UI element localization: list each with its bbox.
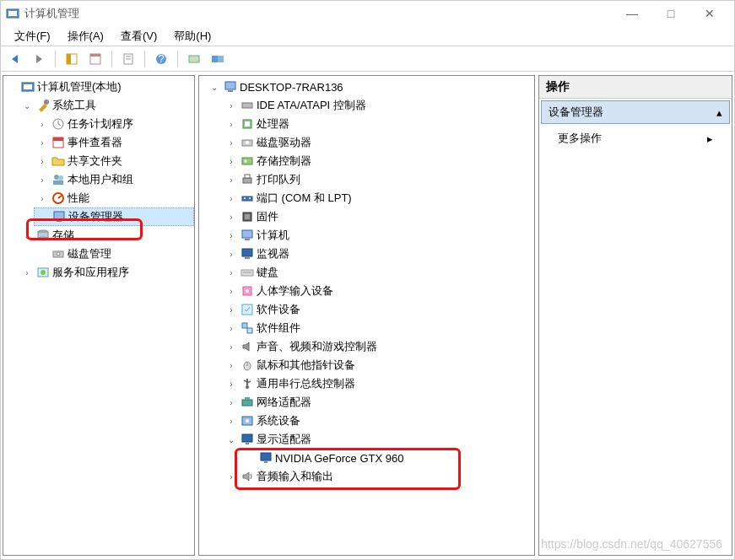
chevron-right-icon[interactable]: › bbox=[35, 117, 49, 131]
devices-button[interactable] bbox=[207, 49, 229, 69]
tree-system-tools[interactable]: ⌄ 系统工具 bbox=[19, 96, 194, 115]
svg-rect-42 bbox=[243, 178, 251, 183]
chevron-right-icon[interactable]: › bbox=[35, 173, 49, 186]
chevron-right-icon[interactable]: › bbox=[224, 210, 238, 223]
svg-rect-37 bbox=[245, 121, 250, 127]
device-node-computer[interactable]: ›计算机 bbox=[223, 226, 534, 245]
refresh-button[interactable] bbox=[84, 49, 106, 69]
chevron-right-icon[interactable]: › bbox=[224, 99, 238, 112]
chevron-right-icon[interactable]: › bbox=[224, 247, 238, 261]
chevron-down-icon[interactable]: ⌄ bbox=[20, 99, 34, 112]
chevron-right-icon[interactable]: › bbox=[35, 154, 49, 168]
chevron-right-icon[interactable]: › bbox=[35, 136, 49, 149]
device-node-audio-io[interactable]: ›音频输入和输出 bbox=[223, 467, 534, 486]
tree-shared-folders[interactable]: › 共享文件夹 bbox=[34, 152, 194, 170]
chevron-right-icon[interactable]: › bbox=[224, 266, 238, 279]
chevron-right-icon[interactable]: › bbox=[224, 154, 238, 168]
chevron-right-icon[interactable]: › bbox=[224, 303, 238, 316]
actions-section-device-manager[interactable]: 设备管理器 ▴ bbox=[541, 100, 730, 124]
chevron-right-icon[interactable]: › bbox=[224, 173, 238, 186]
device-node-usb[interactable]: ›通用串行总线控制器 bbox=[223, 374, 534, 393]
chevron-right-icon[interactable]: › bbox=[224, 396, 238, 409]
device-node-software[interactable]: ›软件设备 bbox=[223, 300, 534, 319]
device-node-audio[interactable]: ›声音、视频和游戏控制器 bbox=[223, 337, 534, 356]
menu-view[interactable]: 查看(V) bbox=[112, 27, 165, 46]
help-button[interactable]: ? bbox=[150, 49, 172, 69]
submenu-arrow-icon: ▸ bbox=[707, 132, 713, 145]
forward-button[interactable] bbox=[28, 49, 50, 69]
device-node-hid[interactable]: ›人体学输入设备 bbox=[223, 282, 534, 300]
chevron-down-icon[interactable]: ⌄ bbox=[20, 229, 34, 242]
device-node-disk[interactable]: ›磁盘驱动器 bbox=[223, 133, 534, 152]
tree-local-users[interactable]: › 本地用户和组 bbox=[34, 170, 194, 189]
scan-hardware-button[interactable] bbox=[183, 49, 205, 69]
properties-button[interactable] bbox=[117, 49, 139, 69]
tree-device-manager[interactable]: 设备管理器 bbox=[34, 207, 194, 226]
maximize-button[interactable]: □ bbox=[651, 1, 690, 26]
device-tree-panel: ⌄ DESKTOP-7RAR136 ›IDE ATA/ATAPI 控制器›处理器… bbox=[198, 75, 535, 556]
tree-label: 性能 bbox=[68, 191, 89, 206]
toolbar-sep bbox=[111, 51, 112, 67]
tree-performance[interactable]: › 性能 bbox=[34, 189, 194, 207]
chevron-right-icon[interactable]: › bbox=[35, 191, 49, 205]
svg-point-56 bbox=[246, 289, 249, 293]
device-node-storage-ctrl[interactable]: ›存储控制器 bbox=[223, 152, 534, 170]
tree-label: 声音、视频和游戏控制器 bbox=[257, 339, 377, 354]
device-node-cpu[interactable]: ›处理器 bbox=[223, 115, 534, 133]
device-node-network[interactable]: ›网络适配器 bbox=[223, 393, 534, 412]
menu-action[interactable]: 操作(A) bbox=[59, 27, 112, 46]
device-node-display[interactable]: ⌄显示适配器 bbox=[223, 430, 534, 449]
chevron-right-icon[interactable]: › bbox=[224, 358, 238, 372]
svg-point-20 bbox=[54, 175, 59, 180]
tree-root-desktop[interactable]: ⌄ DESKTOP-7RAR136 bbox=[199, 78, 534, 96]
tree-task-scheduler[interactable]: › 任务计划程序 bbox=[34, 115, 194, 133]
chevron-right-icon[interactable]: › bbox=[20, 266, 34, 279]
chevron-right-icon[interactable]: › bbox=[224, 414, 238, 428]
window-controls: — □ ✕ bbox=[613, 1, 729, 26]
svg-rect-24 bbox=[54, 212, 64, 220]
chevron-down-icon[interactable] bbox=[5, 80, 19, 94]
device-node-ide[interactable]: ›IDE ATA/ATAPI 控制器 bbox=[223, 96, 534, 115]
chevron-right-icon[interactable]: › bbox=[224, 470, 238, 483]
monitor-icon bbox=[240, 247, 254, 261]
chevron-right-icon[interactable]: › bbox=[224, 117, 238, 131]
app-icon bbox=[6, 7, 19, 20]
toolbar: ? bbox=[1, 46, 734, 72]
chevron-down-icon[interactable]: ⌄ bbox=[224, 433, 238, 446]
minimize-button[interactable]: — bbox=[613, 1, 651, 26]
chevron-right-icon[interactable]: › bbox=[224, 321, 238, 335]
chevron-right-icon[interactable]: › bbox=[224, 284, 238, 298]
tree-root-computer-mgmt[interactable]: 计算机管理(本地) bbox=[3, 78, 194, 96]
device-node-keyboard[interactable]: ›键盘 bbox=[223, 263, 534, 282]
chevron-right-icon[interactable]: › bbox=[224, 340, 238, 353]
chevron-right-icon[interactable]: › bbox=[224, 377, 238, 390]
tree-disk-management[interactable]: 磁盘管理 bbox=[34, 245, 194, 263]
tree-event-viewer[interactable]: › 事件查看器 bbox=[34, 133, 194, 152]
management-tree: 计算机管理(本地) ⌄ 系统工具 › bbox=[3, 76, 194, 283]
chevron-right-icon[interactable]: › bbox=[224, 191, 238, 205]
device-node-system[interactable]: ›系统设备 bbox=[223, 412, 534, 430]
computer-mgmt-icon bbox=[21, 80, 35, 94]
device-node-firmware[interactable]: ›固件 bbox=[223, 207, 534, 226]
menu-help[interactable]: 帮助(H) bbox=[165, 27, 219, 46]
device-node-mouse[interactable]: ›鼠标和其他指针设备 bbox=[223, 356, 534, 374]
tree-services-apps[interactable]: › 服务和应用程序 bbox=[19, 263, 194, 282]
chevron-down-icon[interactable]: ⌄ bbox=[208, 80, 221, 94]
tree-storage[interactable]: ⌄ 存储 bbox=[19, 226, 194, 245]
device-leaf[interactable]: NVIDIA GeForce GTX 960 bbox=[241, 449, 534, 467]
close-button[interactable]: ✕ bbox=[690, 1, 729, 26]
device-node-printer[interactable]: ›打印队列 bbox=[223, 170, 534, 189]
action-more-operations[interactable]: 更多操作 ▸ bbox=[539, 126, 732, 151]
back-button[interactable] bbox=[4, 49, 26, 69]
device-node-monitor[interactable]: ›监视器 bbox=[223, 245, 534, 263]
tree-label: 音频输入和输出 bbox=[257, 469, 333, 484]
device-node-port[interactable]: ›端口 (COM 和 LPT) bbox=[223, 189, 534, 207]
menu-file[interactable]: 文件(F) bbox=[6, 27, 59, 46]
svg-point-41 bbox=[245, 160, 247, 163]
show-hide-button[interactable] bbox=[61, 49, 83, 69]
device-node-software-comp[interactable]: ›软件组件 bbox=[223, 319, 534, 337]
chevron-right-icon[interactable]: › bbox=[224, 136, 238, 149]
tree-label: 设备管理器 bbox=[68, 209, 123, 224]
collapse-icon[interactable]: ▴ bbox=[716, 106, 722, 119]
chevron-right-icon[interactable]: › bbox=[224, 229, 238, 242]
